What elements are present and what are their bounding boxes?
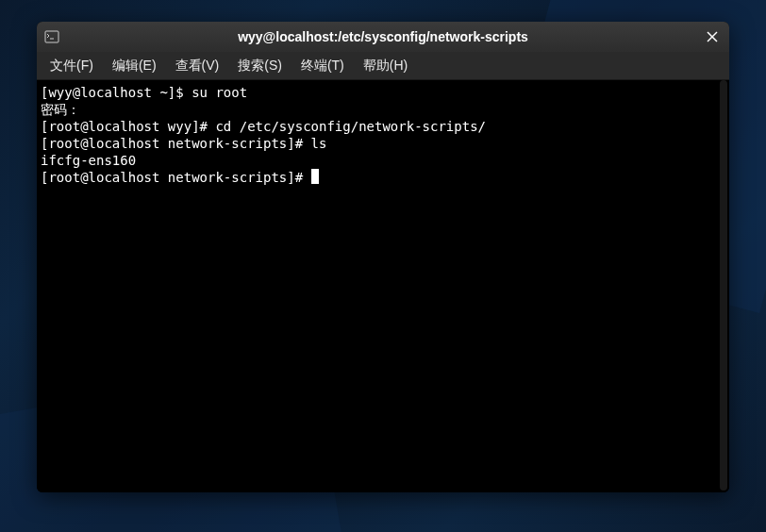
prompt: [root@localhost network-scripts]# xyxy=(41,136,311,151)
terminal-output: ifcfg-ens160 xyxy=(41,152,725,169)
terminal-body[interactable]: [wyy@localhost ~]$ su root 密码： [root@loc… xyxy=(37,80,729,492)
cursor xyxy=(311,169,319,184)
menu-search[interactable]: 搜索(S) xyxy=(228,54,291,78)
terminal-line: [root@localhost wyy]# cd /etc/sysconfig/… xyxy=(41,118,725,135)
titlebar[interactable]: wyy@localhost:/etc/sysconfig/network-scr… xyxy=(37,22,729,52)
menu-view[interactable]: 查看(V) xyxy=(166,54,229,78)
menu-help[interactable]: 帮助(H) xyxy=(354,54,417,78)
prompt: [wyy@localhost ~]$ xyxy=(41,85,192,100)
prompt: [root@localhost network-scripts]# xyxy=(41,170,311,185)
menu-terminal[interactable]: 终端(T) xyxy=(291,54,354,78)
terminal-line: [root@localhost network-scripts]# xyxy=(41,169,725,186)
terminal-line: 密码： xyxy=(41,101,725,118)
terminal-line: [wyy@localhost ~]$ su root xyxy=(41,84,725,101)
menu-edit[interactable]: 编辑(E) xyxy=(103,54,166,78)
svg-rect-0 xyxy=(45,31,58,42)
prompt: [root@localhost wyy]# xyxy=(41,119,215,134)
command: su root xyxy=(192,85,247,100)
command: cd /etc/sysconfig/network-scripts/ xyxy=(215,119,486,134)
command: ls xyxy=(311,136,327,151)
terminal-icon xyxy=(44,29,59,44)
terminal-window: wyy@localhost:/etc/sysconfig/network-scr… xyxy=(37,22,729,492)
menubar: 文件(F) 编辑(E) 查看(V) 搜索(S) 终端(T) 帮助(H) xyxy=(37,52,729,80)
window-title: wyy@localhost:/etc/sysconfig/network-scr… xyxy=(37,29,729,44)
scrollbar[interactable] xyxy=(720,80,727,490)
terminal-line: [root@localhost network-scripts]# ls xyxy=(41,135,725,152)
close-button[interactable] xyxy=(703,27,722,46)
menu-file[interactable]: 文件(F) xyxy=(41,54,103,78)
